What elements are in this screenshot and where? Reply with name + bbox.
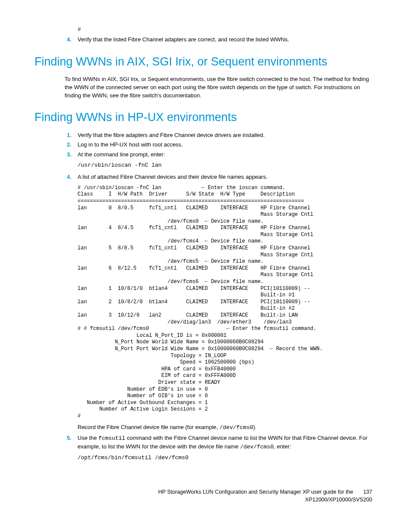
heading-hpux: Finding WWNs in HP-UX environments — [34, 109, 377, 126]
step-number: 5. — [67, 434, 78, 451]
text-fragment: ). — [253, 424, 257, 430]
prompt-hash: # — [78, 26, 372, 34]
paragraph-aix: To find WWNs in AIX, SGI Irix, or Sequen… — [65, 75, 372, 100]
step-text: A list of attached Fibre Channel devices… — [78, 173, 372, 181]
command-fcmsutil: /opt/fcms/bin/fcmsutil /dev/fcms0 — [78, 454, 377, 462]
text-fragment: Use the — [78, 435, 98, 441]
step-number: 2. — [67, 141, 78, 149]
command-ioscan: /usr/sbin/ioscan -fnC lan — [78, 162, 377, 170]
code-devfcms0: /dev/fcms0 — [220, 424, 253, 431]
text-fragment: , enter: — [274, 443, 291, 450]
code-devfcms0: /dev/fcms0 — [240, 444, 274, 450]
step-text: At the command line prompt, enter: — [78, 151, 372, 159]
step-number: 4. — [67, 36, 78, 44]
text-fragment: Record the Fibre Channel device file nam… — [78, 424, 220, 430]
step-text: Use the fcmsutil command with the Fibre … — [78, 434, 372, 451]
paragraph-record-filename: Record the Fibre Channel device file nam… — [78, 423, 372, 432]
footer-title-2: XP12000/XP10000/SVS200 — [305, 497, 372, 503]
step-text: Log in to the HP-UX host with root acces… — [78, 141, 372, 149]
step-number: 4. — [67, 173, 78, 181]
step-text: Verify that the listed Fibre Channel ada… — [78, 36, 372, 44]
step-number: 3. — [67, 151, 78, 159]
code-fcmsutil: fcmsutil — [98, 435, 125, 442]
step-text: Verify that the fibre adapters and Fibre… — [78, 131, 372, 140]
page-footer: HP StorageWorks LUN Configuration and Se… — [34, 488, 372, 504]
page-number: 137 — [363, 488, 372, 496]
step-number: 1. — [67, 131, 78, 140]
heading-aix: Finding WWNs in AIX, SGI Irix, or Sequen… — [34, 53, 377, 70]
terminal-output: # /usr/sbin/ioscan -fnC lan ← Enter the … — [78, 185, 377, 420]
footer-title-1: HP StorageWorks LUN Configuration and Se… — [158, 489, 353, 495]
